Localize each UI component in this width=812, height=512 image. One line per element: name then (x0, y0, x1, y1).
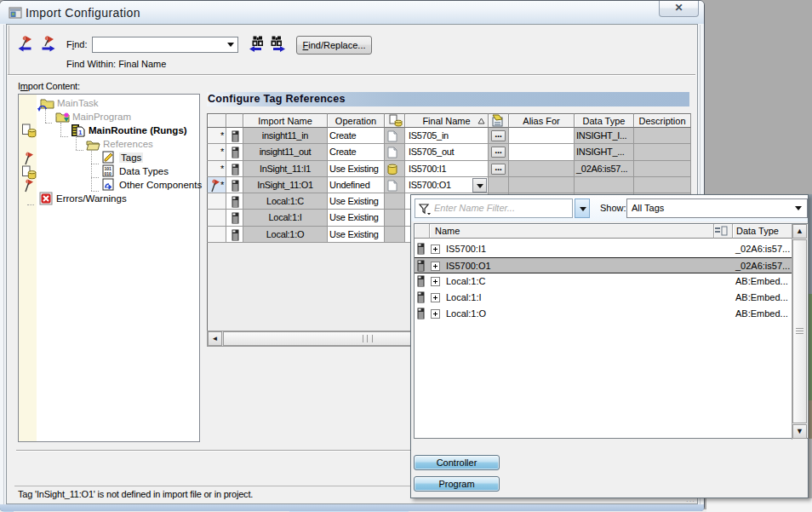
svg-text:1: 1 (78, 129, 83, 136)
svg-text:010: 010 (104, 171, 112, 176)
